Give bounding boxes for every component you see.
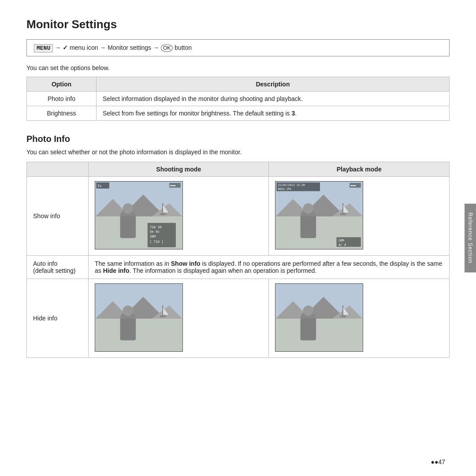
svg-rect-8 [160, 213, 166, 215]
menu-keyword: MENU [34, 44, 53, 52]
svg-text:720 30: 720 30 [150, 225, 162, 229]
menu-path-box: MENU → ✓ menu icon → Monitor settings → … [26, 39, 450, 56]
svg-rect-52 [120, 319, 136, 340]
menu-path-end: button [175, 44, 192, 51]
hide-info-label: Hide info [27, 279, 89, 358]
svg-text:0004.JPG: 0004.JPG [278, 187, 292, 191]
svg-text:▬▬▬: ▬▬▬ [351, 184, 357, 187]
show-info-playback-cell: 15/05/2013 15:30 0004.JPG ▬▬▬ 20M 4/ 4 [269, 177, 450, 256]
photo-info-col-shooting: Shooting mode [89, 162, 269, 177]
show-info-shooting-screen: 2★ ▬▬▬ 720 30 5m 0s 20M [ 710 ] [95, 181, 183, 249]
svg-point-63 [303, 305, 314, 316]
hide-info-shooting-cell [89, 279, 269, 358]
auto-info-row: Auto info(default setting) The same info… [27, 256, 450, 279]
svg-rect-29 [340, 213, 346, 215]
svg-text:▬▬▬: ▬▬▬ [170, 184, 176, 187]
hide-info-row: Hide info [27, 279, 450, 358]
svg-rect-49 [160, 316, 166, 317]
options-col-option: Option [27, 77, 97, 92]
menu-path-arrow1: → [55, 44, 63, 51]
photo-info-col-playback: Playback mode [269, 162, 450, 177]
menu-icon-symbol: ✓ [63, 44, 68, 51]
options-table: Option Description Photo info Select inf… [26, 77, 450, 121]
hide-info-playback-cell [269, 279, 450, 358]
show-info-label: Show info [27, 177, 89, 256]
svg-rect-55 [276, 319, 363, 351]
svg-point-31 [303, 203, 314, 214]
ok-button-symbol: OK [161, 44, 173, 52]
photo-info-col-empty [27, 162, 89, 177]
svg-text:20M: 20M [150, 234, 156, 238]
show-info-row: Show info [27, 177, 450, 256]
svg-rect-32 [301, 216, 316, 238]
menu-path-text: menu icon → Monitor settings → [70, 44, 161, 51]
svg-rect-43 [95, 319, 182, 351]
auto-info-description: The same information as in Show info is … [89, 256, 450, 279]
svg-rect-64 [301, 319, 316, 340]
options-row-photo-info: Photo info Select information displayed … [27, 92, 450, 106]
side-tab: Reference Section [465, 204, 476, 272]
svg-point-51 [123, 305, 133, 316]
hide-info-playback-screen [275, 283, 363, 352]
photo-info-table: Shooting mode Playback mode Show info [26, 162, 450, 358]
svg-rect-61 [340, 316, 346, 317]
photo-info-title: Photo Info [26, 134, 450, 144]
svg-text:[ 710 ]: [ 710 ] [150, 240, 164, 244]
options-cell-photo-info-desc: Select information displayed in the moni… [96, 92, 449, 106]
options-col-description: Description [96, 77, 449, 92]
svg-text:20M: 20M [338, 238, 345, 242]
intro-text: You can set the options below. [26, 64, 450, 71]
photo-info-intro: You can select whether or not the photo … [26, 149, 450, 156]
page-number: ●●47 [431, 458, 445, 465]
show-info-playback-screen: 15/05/2013 15:30 0004.JPG ▬▬▬ 20M 4/ 4 [275, 181, 363, 249]
options-cell-brightness-label: Brightness [27, 106, 97, 121]
svg-text:2★: 2★ [97, 184, 102, 188]
options-cell-brightness-desc: Select from five settings for monitor br… [96, 106, 449, 121]
show-info-shooting-cell: 2★ ▬▬▬ 720 30 5m 0s 20M [ 710 ] [89, 177, 269, 256]
svg-rect-11 [120, 216, 136, 238]
hide-info-shooting-screen [95, 283, 183, 352]
svg-point-10 [123, 203, 133, 214]
options-row-brightness: Brightness Select from five settings for… [27, 106, 450, 121]
svg-text:5m 0s: 5m 0s [150, 230, 160, 234]
svg-text:4/ 4: 4/ 4 [338, 243, 346, 247]
auto-info-label: Auto info(default setting) [27, 256, 89, 279]
options-cell-photo-info-label: Photo info [27, 92, 97, 106]
svg-text:15/05/2013 15:30: 15/05/2013 15:30 [278, 183, 305, 187]
page-title: Monitor Settings [26, 18, 450, 31]
